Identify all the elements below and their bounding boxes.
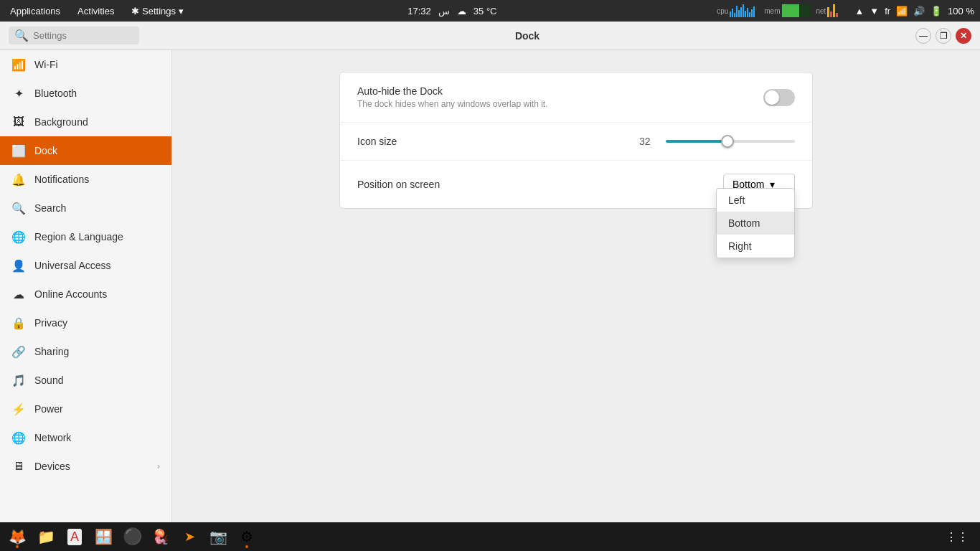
window-chrome-left: 🔍 — [9, 27, 139, 44]
sidebar-item-search[interactable]: 🔍 Search — [0, 194, 171, 222]
sidebar-item-label: Universal Access — [34, 260, 111, 271]
screenshot-icon: 📷 — [209, 528, 227, 545]
maximize-button[interactable]: ❐ — [936, 28, 951, 44]
sidebar-item-sound[interactable]: 🎵 Sound — [0, 366, 171, 395]
sidebar-item-sharing[interactable]: 🔗 Sharing — [0, 337, 171, 366]
topbar-left: Applications Activities ✱ Settings ▾ — [6, 4, 188, 18]
temperature: 35 °C — [473, 6, 497, 17]
sidebar-item-label: Sharing — [34, 346, 69, 357]
wifi-icon: 📶 — [11, 57, 26, 72]
search-input[interactable] — [33, 30, 133, 41]
taskbar: 🦊 📁 A 🪟 ⚫ 🪼 ➤ 📷 ⚙ ⋮⋮ — [0, 522, 980, 551]
topbar-right: cpu mem — [717, 4, 974, 17]
applications-menu[interactable]: Applications — [6, 4, 65, 18]
battery-icon[interactable]: 🔋 — [930, 6, 942, 17]
cpu-monitor[interactable]: cpu — [717, 4, 758, 17]
settings-menu[interactable]: ✱ Settings ▾ — [127, 4, 187, 18]
sidebar-item-privacy[interactable]: 🔒 Privacy — [0, 309, 171, 337]
dock-icon: ⬜ — [11, 143, 26, 158]
app-grid-button[interactable]: ⋮⋮ — [944, 524, 970, 550]
lang-selector[interactable]: fr — [885, 6, 890, 17]
grid-icon: ⋮⋮ — [946, 530, 969, 544]
files-icon: 📁 — [37, 528, 55, 545]
sidebar-item-label: Background — [34, 116, 88, 128]
sidebar-item-label: Region & Language — [34, 231, 123, 242]
icon-size-slider[interactable] — [666, 140, 795, 143]
mem-monitor[interactable]: mem — [764, 4, 810, 17]
volume-icon[interactable]: 🔊 — [913, 6, 925, 17]
bluetooth-icon: ✦ — [11, 86, 26, 100]
autohide-toggle[interactable] — [763, 89, 795, 106]
option-right[interactable]: Right — [717, 235, 794, 258]
taskbar-texteditor[interactable]: A — [62, 524, 88, 550]
network-icon: 🌐 — [11, 430, 26, 445]
taskbar-apps: 🦊 📁 A 🪟 ⚫ 🪼 ➤ 📷 ⚙ — [4, 524, 260, 550]
sidebar-item-region[interactable]: 🌐 Region & Language — [0, 222, 171, 251]
sidebar-item-dock[interactable]: ⬜ Dock — [0, 136, 171, 165]
taskbar-windows[interactable]: 🪟 — [90, 524, 116, 550]
online-icon: ☁ — [11, 287, 26, 301]
firefox-icon: 🦊 — [9, 528, 27, 545]
sidebar-item-bluetooth[interactable]: ✦ Bluetooth — [0, 79, 171, 108]
systray-up-arrow[interactable]: ▲ — [854, 6, 864, 17]
taskbar-right: ⋮⋮ — [944, 524, 976, 550]
activities-btn[interactable]: Activities — [73, 4, 118, 18]
icon-size-value: 32 — [639, 136, 657, 147]
slider-fill — [666, 140, 724, 143]
position-label: Position on screen — [357, 179, 440, 190]
obs-icon: ⚫ — [123, 527, 142, 546]
net-monitor[interactable]: net — [816, 4, 849, 17]
devices-icon: 🖥 — [11, 459, 26, 474]
taskbar-files[interactable]: 📁 — [33, 524, 59, 550]
weather-icon: ☁ — [457, 6, 466, 17]
sidebar-item-label: Dock — [34, 145, 57, 156]
autohide-row: Auto-hide the Dock The dock hides when a… — [340, 72, 812, 123]
sidebar-item-universal[interactable]: 👤 Universal Access — [0, 251, 171, 280]
autohide-sublabel: The dock hides when any windows overlap … — [357, 99, 547, 109]
sidebar-item-network[interactable]: 🌐 Network — [0, 423, 171, 452]
sidebar-item-wifi[interactable]: 📶 Wi-Fi — [0, 50, 171, 79]
universal-icon: 👤 — [11, 258, 26, 273]
minimize-button[interactable]: — — [915, 28, 931, 44]
slider-thumb[interactable] — [721, 135, 734, 148]
power-icon: ⚡ — [11, 402, 26, 416]
sidebar-item-background[interactable]: 🖼 Background — [0, 108, 171, 136]
cpu-graph — [730, 4, 758, 17]
window-chrome: 🔍 Dock — ❐ ✕ — [0, 22, 980, 50]
window-controls: — ❐ ✕ — [915, 28, 971, 44]
sidebar-item-notifications[interactable]: 🔔 Notifications — [0, 165, 171, 194]
window-title: Dock — [139, 30, 915, 42]
sidebar-item-label: Bluetooth — [34, 88, 77, 99]
sidebar-item-label: Privacy — [34, 317, 67, 329]
notifications-icon: 🔔 — [11, 172, 26, 187]
topbar-center: 17:32 س ☁ 35 °C — [407, 6, 496, 17]
main-layout: 📶 Wi-Fi ✦ Bluetooth 🖼 Background ⬜ Dock … — [0, 50, 980, 522]
taskbar-screenshot[interactable]: 📷 — [205, 524, 231, 550]
sidebar-item-label: Devices — [34, 461, 70, 472]
app-dot — [16, 545, 19, 548]
taskbar-settings[interactable]: ⚙ — [234, 524, 260, 550]
sidebar-item-power[interactable]: ⚡ Power — [0, 395, 171, 423]
battery-percent: 100 % — [948, 6, 974, 17]
autohide-label: Auto-hide the Dock — [357, 85, 547, 97]
option-bottom[interactable]: Bottom — [717, 212, 794, 235]
taskbar-firefox[interactable]: 🦊 — [4, 524, 30, 550]
content-area: Auto-hide the Dock The dock hides when a… — [172, 50, 980, 522]
search-box[interactable]: 🔍 — [9, 27, 139, 44]
taskbar-arrows[interactable]: ➤ — [176, 524, 202, 550]
time-display: 17:32 — [407, 6, 431, 17]
systray-down-arrow[interactable]: ▼ — [870, 6, 879, 17]
taskbar-obs[interactable]: ⚫ — [119, 524, 145, 550]
sidebar-item-devices[interactable]: 🖥 Devices › — [0, 452, 171, 481]
sidebar-item-label: Notifications — [34, 174, 89, 185]
settings-icon: ⚙ — [240, 528, 253, 545]
option-left[interactable]: Left — [717, 189, 794, 212]
sound-icon: 🎵 — [11, 373, 26, 387]
close-button[interactable]: ✕ — [956, 28, 971, 44]
wifi-icon: 📶 — [896, 6, 908, 17]
taskbar-jellyfish[interactable]: 🪼 — [148, 524, 174, 550]
sidebar-item-online[interactable]: ☁ Online Accounts — [0, 280, 171, 309]
settings-card: Auto-hide the Dock The dock hides when a… — [339, 72, 813, 209]
chevron-right-icon: › — [157, 461, 160, 471]
arrows-icon: ➤ — [184, 529, 195, 545]
